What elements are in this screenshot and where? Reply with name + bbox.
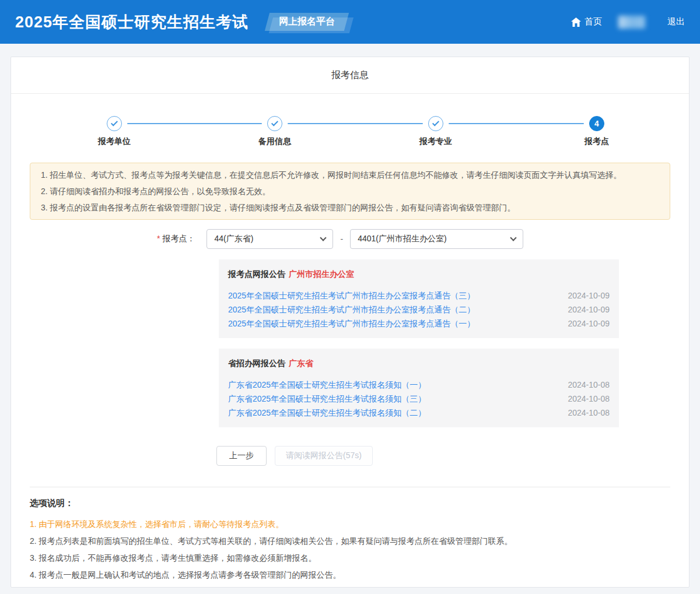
home-link-label: 首页: [584, 16, 602, 27]
announcement-date: 2024-10-08: [568, 378, 610, 392]
announce-title-highlight: 广州市招生办公室: [289, 269, 354, 279]
exam-site-form-row: *报考点： 44(广东省) - 4401(广州市招生办公室): [157, 229, 689, 249]
action-button-row: 上一步 请阅读网报公告(57s): [216, 446, 689, 466]
announcement-link[interactable]: 广东省2025年全国硕士研究生招生考试报名须知（一）: [228, 378, 426, 392]
announce-title-text: 报考点网报公告: [228, 269, 285, 279]
app-title: 2025年全国硕士研究生招生考试: [15, 12, 249, 33]
platform-badge: 网上报名平台: [265, 13, 349, 31]
announcement-row: 广东省2025年全国硕士研究生招生考试报名须知（二） 2024-10-08: [228, 406, 610, 420]
step-done-circle: [107, 116, 122, 131]
step-exam-site: 4 报考点: [556, 115, 638, 147]
exam-site-label: *报考点：: [157, 234, 195, 244]
step-major: 报考专业: [395, 115, 477, 147]
header-nav: 首页 退出: [571, 16, 685, 29]
announcement-date: 2024-10-09: [568, 303, 610, 317]
announcement-link[interactable]: 2025年全国硕士研究生招生考试广州市招生办公室报考点通告（三）: [228, 289, 475, 303]
home-icon: [571, 17, 581, 27]
logout-link-label: 退出: [667, 16, 685, 27]
announcement-date: 2024-10-09: [568, 289, 610, 303]
step-label: 备用信息: [234, 136, 316, 147]
step-label: 报考专业: [395, 136, 477, 147]
exam-site-select-value: 4401(广州市招生办公室): [358, 234, 446, 244]
option-note-line: 2. 报考点列表是和前面填写的招生单位、考试方式等相关联的，请仔细阅读相关公告，…: [30, 533, 670, 550]
announce-title-highlight: 广东省: [289, 358, 313, 368]
option-note-line: 4. 报考点一般是网上确认和考试的地点，选择报考点请参考各级管理部门的网报公告。: [30, 567, 670, 584]
check-icon: [432, 119, 439, 126]
notice-line: 2. 请仔细阅读省招办和报考点的网报公告，以免导致报名无效。: [41, 183, 659, 199]
province-select[interactable]: 44(广东省): [206, 229, 333, 249]
step-label: 报考点: [556, 136, 638, 147]
home-link[interactable]: 首页: [571, 16, 602, 27]
announce-title: 省招办网报公告广东省: [228, 358, 610, 369]
previous-step-button[interactable]: 上一步: [216, 446, 267, 466]
page-title: 报考信息: [331, 69, 369, 82]
option-note-line: 3. 报名成功后，不能再修改报考点，请考生慎重选择，如需修改必须新增报名。: [30, 550, 670, 567]
step-progress: 报考单位 备用信息 报考专业 4 报考点: [30, 115, 670, 152]
read-announcement-countdown-button[interactable]: 请阅读网报公告(57s): [275, 446, 373, 466]
chevron-down-icon: [320, 234, 327, 241]
announcement-link[interactable]: 2025年全国硕士研究生招生考试广州市招生办公室报考点通告（一）: [228, 317, 475, 331]
chevron-down-icon: [510, 234, 516, 241]
announcement-row: 2025年全国硕士研究生招生考试广州市招生办公室报考点通告（二） 2024-10…: [228, 303, 610, 317]
platform-badge-label: 网上报名平台: [279, 16, 335, 28]
announcement-link[interactable]: 2025年全国硕士研究生招生考试广州市招生办公室报考点通告（二）: [228, 303, 475, 317]
announce-title-text: 省招办网报公告: [228, 358, 285, 368]
required-mark: *: [157, 234, 160, 243]
masked-username: [618, 16, 645, 29]
exam-site-announcements: 报考点网报公告广州市招生办公室 2025年全国硕士研究生招生考试广州市招生办公室…: [219, 259, 619, 338]
main-card: 报考信息 报考单位 备用信息 报考专业 4 报考点: [10, 57, 690, 588]
step-current-circle: 4: [589, 116, 604, 131]
option-notes-title: 选项说明：: [30, 498, 670, 509]
announcement-row: 2025年全国硕士研究生招生考试广州市招生办公室报考点通告（三） 2024-10…: [228, 289, 610, 303]
announcement-date: 2024-10-09: [568, 317, 610, 331]
province-announcements: 省招办网报公告广东省 广东省2025年全国硕士研究生招生考试报名须知（一） 20…: [219, 349, 619, 427]
announcement-row: 广东省2025年全国硕士研究生招生考试报名须知（三） 2024-10-08: [228, 392, 610, 406]
step-enroll-unit: 报考单位: [74, 115, 155, 147]
select-separator: -: [340, 234, 343, 244]
logout-link[interactable]: 退出: [667, 16, 685, 27]
option-notes: 选项说明： 1. 由于网络环境及系统复杂性，选择省市后，请耐心等待报考点列表。 …: [30, 498, 670, 584]
announcement-row: 2025年全国硕士研究生招生考试广州市招生办公室报考点通告（一） 2024-10…: [228, 317, 610, 331]
step-done-circle: [428, 116, 443, 131]
province-select-value: 44(广东省): [214, 234, 253, 244]
notice-line: 1. 招生单位、考试方式、报考点等为报考关键信息，在提交信息后不允许修改，网报时…: [41, 167, 659, 183]
announcement-link[interactable]: 广东省2025年全国硕士研究生招生考试报名须知（二）: [228, 406, 426, 420]
check-icon: [271, 119, 278, 126]
notice-line: 3. 报考点的设置由各报考点所在省级管理部门设定，请仔细阅读报考点及省级管理部门…: [41, 199, 659, 216]
step-backup-info: 备用信息: [234, 115, 316, 147]
option-note-line: 1. 由于网络环境及系统复杂性，选择省市后，请耐心等待报考点列表。: [30, 516, 670, 533]
step-done-circle: [267, 116, 282, 131]
app-header: 2025年全国硕士研究生招生考试 网上报名平台 首页 退出: [0, 0, 700, 44]
announcement-row: 广东省2025年全国硕士研究生招生考试报名须知（一） 2024-10-08: [228, 378, 610, 392]
card-title-bar: 报考信息: [11, 57, 689, 94]
step-label: 报考单位: [74, 136, 155, 147]
announcement-date: 2024-10-08: [568, 392, 610, 406]
exam-site-select[interactable]: 4401(广州市招生办公室): [350, 229, 523, 249]
check-icon: [111, 119, 118, 126]
section-divider: [30, 487, 670, 487]
key-info-notice: 1. 招生单位、考试方式、报考点等为报考关键信息，在提交信息后不允许修改，网报时…: [30, 163, 670, 220]
announcement-date: 2024-10-08: [568, 406, 610, 420]
announcement-link[interactable]: 广东省2025年全国硕士研究生招生考试报名须知（三）: [228, 392, 426, 406]
announce-title: 报考点网报公告广州市招生办公室: [228, 269, 610, 280]
